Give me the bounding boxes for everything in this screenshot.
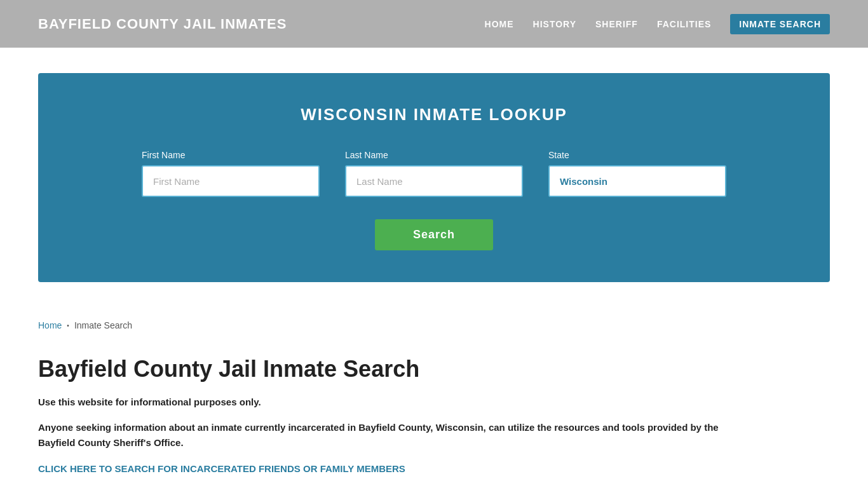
nav-facilities[interactable]: FACILITIES [657, 19, 711, 29]
nav-inmate-search[interactable]: INMATE SEARCH [730, 14, 830, 34]
site-header: BAYFIELD COUNTY JAIL INMATES HOME HISTOR… [0, 0, 868, 48]
info-paragraph: Anyone seeking information about an inma… [38, 420, 737, 451]
first-name-group: First Name [142, 150, 320, 197]
state-group: State [548, 150, 726, 197]
site-title: BAYFIELD COUNTY JAIL INMATES [38, 16, 287, 32]
page-title: Bayfield County Jail Inmate Search [38, 356, 830, 383]
first-name-label: First Name [142, 150, 320, 160]
nav-home[interactable]: HOME [485, 19, 514, 29]
nav-history[interactable]: HISTORY [533, 19, 576, 29]
main-content: Bayfield County Jail Inmate Search Use t… [0, 343, 868, 488]
click-here-link[interactable]: CLICK HERE to Search for Incarcerated Fr… [38, 463, 405, 474]
last-name-input[interactable] [345, 165, 523, 197]
last-name-label: Last Name [345, 150, 523, 160]
state-label: State [548, 150, 726, 160]
first-name-input[interactable] [142, 165, 320, 197]
search-fields: First Name Last Name State [76, 150, 792, 197]
info-line1: Use this website for informational purpo… [38, 395, 830, 410]
breadcrumb-separator: • [67, 322, 69, 329]
breadcrumb: Home • Inmate Search [0, 308, 868, 343]
last-name-group: Last Name [345, 150, 523, 197]
breadcrumb-current-page: Inmate Search [74, 320, 132, 330]
hero-section: WISCONSIN INMATE LOOKUP First Name Last … [38, 73, 830, 282]
hero-title: WISCONSIN INMATE LOOKUP [76, 105, 792, 125]
main-nav: HOME HISTORY SHERIFF FACILITIES INMATE S… [485, 14, 830, 34]
search-btn-wrapper: Search [76, 219, 792, 250]
nav-sheriff[interactable]: SHERIFF [595, 19, 638, 29]
state-input[interactable] [548, 165, 726, 197]
search-button[interactable]: Search [375, 219, 493, 250]
breadcrumb-home-link[interactable]: Home [38, 320, 62, 330]
